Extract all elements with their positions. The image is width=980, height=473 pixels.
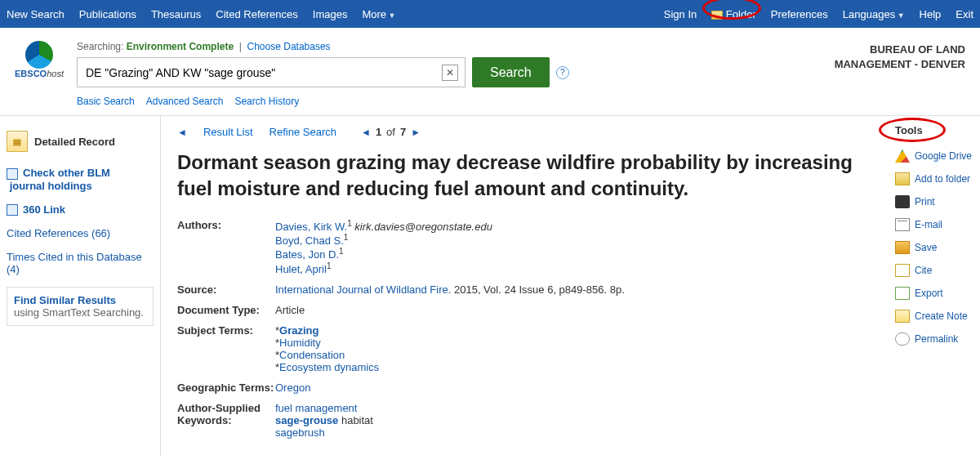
search-box: ✕ [77,57,466,87]
keyword-link[interactable]: sage-grouse [275,414,338,426]
source-link[interactable]: International Journal of Wildland Fire [275,283,448,296]
save-icon [895,241,910,254]
geo-link[interactable]: Oregon [275,382,310,394]
tool-save[interactable]: Save [915,242,937,253]
folder-icon [711,11,723,20]
back-arrow-icon[interactable]: ◄ [177,127,187,138]
permalink-icon [895,332,910,346]
org-name: BUREAU OF LANDMANAGEMENT - DENVER [835,41,965,72]
geo-label: Geographic Terms: [177,382,275,394]
author-link[interactable]: Boyd, Chad S. [275,234,344,247]
advanced-search[interactable]: Advanced Search [146,96,224,107]
main: ≣Detailed Record Check other BLM journal… [0,115,980,457]
source-label: Source: [177,283,275,296]
cited-references[interactable]: Cited References (66) [7,227,110,239]
find-similar[interactable]: Find Similar Results [14,294,116,306]
clear-search-icon[interactable]: ✕ [442,65,458,81]
logo[interactable]: EBSCOhost [15,41,64,78]
nav-exit[interactable]: Exit [956,8,973,20]
nav-publications[interactable]: Publications [79,8,136,20]
subject-link[interactable]: Ecosystem dynamics [279,361,379,373]
refine-search[interactable]: Refine Search [270,126,336,138]
nav-cited-references[interactable]: Cited References [216,8,297,20]
search-header: EBSCOhost Searching: Environment Complet… [0,28,980,115]
db-name: Environment Complete [127,41,234,52]
link-icon [7,204,18,216]
author-link[interactable]: Bates, Jon D. [275,249,339,261]
nav-signin[interactable]: Sign In [664,8,697,20]
authors-value: Davies, Kirk W.1 kirk.davies@oregonstate… [275,219,872,275]
doctype-value: Article [275,304,872,316]
tool-permalink[interactable]: Permalink [915,333,958,345]
record-detail: ◄ Result List Refine Search ◄ 1 of 7 ► D… [160,115,889,457]
nav-languages[interactable]: Languages [843,8,905,20]
smarttext-label: using SmartText Searching. [14,306,144,319]
keyword-link[interactable]: sagebrush [275,426,325,439]
cite-icon [895,264,910,277]
note-icon [895,310,910,323]
logo-icon [25,41,53,69]
tool-print[interactable]: Print [915,196,935,207]
article-title: Dormant season grazing may decrease wild… [177,149,872,203]
prev-icon[interactable]: ◄ [361,127,371,138]
tool-export[interactable]: Export [915,288,943,299]
folder-icon [895,172,910,185]
print-icon [895,195,910,208]
tool-google-drive[interactable]: Google Drive [915,150,972,162]
subject-link[interactable]: Grazing [279,324,318,337]
detailed-record: Detailed Record [34,136,115,148]
google-drive-icon [895,149,910,163]
left-sidebar: ≣Detailed Record Check other BLM journal… [0,115,160,457]
search-history[interactable]: Search History [234,96,299,107]
next-icon[interactable]: ► [411,127,421,138]
top-nav: New Search Publications Thesaurus Cited … [0,0,980,28]
tools-heading: Tools [895,124,977,136]
export-icon [895,287,910,300]
help-icon[interactable]: ? [556,66,569,79]
email-icon [895,218,910,231]
result-list[interactable]: Result List [203,126,253,138]
check-blm2[interactable]: journal holdings [10,180,92,192]
nav-thesaurus[interactable]: Thesaurus [151,8,201,20]
link-icon [7,168,18,180]
keyword-link[interactable]: fuel management [275,402,357,414]
pager: ◄ 1 of 7 ► [361,126,421,138]
nav-new-search[interactable]: New Search [7,8,65,20]
tool-email[interactable]: E-mail [915,219,942,230]
nav-images[interactable]: Images [313,8,348,20]
tools-panel: Tools Google Drive Add to folder Print E… [889,115,980,457]
subject-label: Subject Terms: [177,324,275,373]
author-link[interactable]: Davies, Kirk W. [275,221,347,233]
author-link[interactable]: Hulet, April [275,263,327,275]
source-rest: . 2015, Vol. 24 Issue 6, p849-856. 8p. [448,283,625,296]
nav-folder[interactable]: Folder [711,8,755,20]
times-cited[interactable]: Times Cited in this Database (4) [7,251,142,275]
authors-label: Authors: [177,219,275,275]
search-button[interactable]: Search [472,57,550,87]
basic-search[interactable]: Basic Search [77,96,135,107]
choose-databases[interactable]: Choose Databases [247,41,331,52]
tool-create-note[interactable]: Create Note [915,310,968,322]
subject-link[interactable]: Humidity [279,337,321,349]
tool-cite[interactable]: Cite [915,265,932,276]
document-icon: ≣ [7,131,28,152]
check-blm[interactable]: Check other BLM [23,167,110,179]
nav-help[interactable]: Help [920,8,942,20]
searching-label: Searching: [77,41,123,52]
keywords-label: Author-Supplied Keywords: [177,402,275,439]
doctype-label: Document Type: [177,304,275,316]
subject-link[interactable]: Condensation [279,349,345,361]
360-link[interactable]: 360 Link [23,203,65,216]
nav-preferences[interactable]: Preferences [771,8,828,20]
search-input[interactable] [78,66,435,79]
nav-more[interactable]: More [362,8,395,20]
tool-add-folder[interactable]: Add to folder [915,173,970,185]
